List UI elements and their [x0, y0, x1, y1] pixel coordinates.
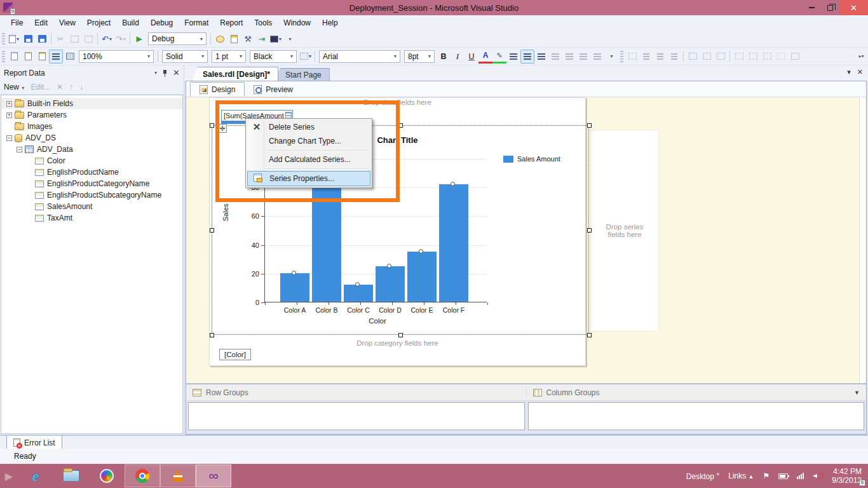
document-tab-start-page[interactable]: Start Page [275, 68, 330, 81]
menu-report[interactable]: Report [214, 17, 248, 29]
font-color-button[interactable]: A [478, 50, 492, 64]
menu-edit[interactable]: Edit [29, 17, 53, 29]
chrome-taskbar-icon[interactable] [125, 464, 160, 487]
redo-button[interactable]: ↷▾ [114, 32, 128, 46]
tree-expander-icon[interactable]: − [17, 147, 22, 152]
menu-format[interactable]: Format [179, 17, 214, 29]
edit-button[interactable]: Edit... [31, 83, 50, 92]
layout-center-horizontal-button[interactable] [700, 50, 714, 64]
tree-item-englishproductsubcategoryname[interactable]: EnglishProductSubcategoryName [1, 189, 182, 201]
move-down-button[interactable]: ↓ [79, 83, 83, 92]
row-groups-list[interactable] [188, 402, 525, 430]
toolbar-grip[interactable] [620, 51, 623, 62]
toolbar-grip[interactable] [2, 51, 5, 62]
find-in-files-button[interactable] [213, 32, 227, 46]
tree-expander-icon[interactable]: + [6, 112, 12, 118]
border-style-combo[interactable]: Solid▾ [162, 50, 208, 63]
selection-resize-handle[interactable] [210, 228, 214, 233]
selection-resize-handle[interactable] [210, 333, 214, 337]
toolbar-overflow-button[interactable]: ▾ [604, 50, 618, 64]
tree-expander-icon[interactable]: − [6, 135, 12, 141]
drop-data-zone[interactable]: Drop data fields here [209, 98, 586, 106]
layout-same-width-button[interactable] [732, 50, 746, 64]
underline-button[interactable]: U [465, 50, 478, 64]
desktop-toolbar-label[interactable]: Desktop » [686, 471, 719, 481]
ruler-button[interactable] [63, 50, 77, 64]
layout-grid-button[interactable] [774, 50, 788, 64]
file-explorer-taskbar-icon[interactable] [53, 464, 89, 487]
network-signal-icon[interactable] [797, 473, 804, 479]
tree-item-adv_data[interactable]: −ADV_Data [1, 144, 182, 155]
start-debug-button[interactable]: ▶ [132, 32, 146, 46]
grouping-pane-menu-icon[interactable]: ▼ [854, 390, 860, 396]
view-tab-preview[interactable]: Preview [245, 82, 302, 97]
layout-align-tops-button[interactable] [686, 50, 700, 64]
pin-icon[interactable] [163, 69, 167, 77]
close-document-icon[interactable]: ✕ [857, 68, 863, 76]
command-window-button[interactable]: ▾ [269, 32, 283, 46]
tree-item-images[interactable]: Images [1, 121, 182, 132]
vlc-taskbar-icon[interactable] [160, 464, 196, 487]
selection-resize-handle[interactable] [587, 333, 592, 337]
tree-item-adv_ds[interactable]: −ADV_DS [1, 132, 182, 144]
deploy-button[interactable]: ⇥ [255, 32, 269, 46]
move-handle-icon[interactable]: ✛ [218, 124, 227, 133]
drop-series-zone[interactable]: Drop series fields here [590, 130, 659, 332]
decrease-indent-button[interactable] [576, 50, 590, 64]
drop-category-zone[interactable]: Drop category fields here [209, 339, 586, 347]
column-groups-list[interactable] [528, 402, 865, 430]
solution-config-combo[interactable]: Debug▾ [148, 32, 207, 45]
selection-resize-handle[interactable] [398, 123, 403, 128]
layout-align-lefts-button[interactable] [625, 50, 639, 64]
copy-button[interactable] [67, 32, 81, 46]
tree-item-englishproductcategoryname[interactable]: EnglishProductCategoryName [1, 178, 182, 189]
italic-button[interactable]: I [451, 50, 465, 64]
font-family-combo[interactable]: Arial▾ [319, 50, 400, 63]
paste-button[interactable] [81, 32, 95, 46]
add-item-button[interactable]: ▾ [7, 32, 21, 46]
document-outline-button[interactable] [49, 50, 63, 64]
save-button[interactable] [21, 32, 35, 46]
tree-item-salesamount[interactable]: SalesAmount [1, 201, 182, 212]
bold-button[interactable]: B [437, 50, 451, 64]
menu-file[interactable]: File [5, 17, 29, 29]
report-page-button[interactable] [7, 50, 21, 64]
volume-muted-icon[interactable] [813, 471, 823, 480]
tree-item-englishproductname[interactable]: EnglishProductName [1, 166, 182, 178]
links-toolbar-label[interactable]: Links ▲ [728, 471, 754, 480]
layout-align-centers-button[interactable] [639, 50, 653, 64]
layout-align-bottoms-button[interactable] [714, 50, 728, 64]
cut-button[interactable]: ✂ [53, 32, 67, 46]
active-files-dropdown-icon[interactable]: ▾ [847, 68, 851, 76]
layout-spacing-button[interactable] [788, 50, 802, 64]
menu-debug[interactable]: Debug [145, 17, 179, 29]
align-left-button[interactable] [506, 50, 520, 64]
menu-project[interactable]: Project [81, 17, 116, 29]
toolbar-overflow-button[interactable]: ▾ [283, 32, 297, 46]
properties-pages-button[interactable] [35, 50, 49, 64]
increase-indent-button[interactable] [590, 50, 604, 64]
align-center-button[interactable] [520, 50, 534, 64]
toolbar-overflow-button[interactable]: ▸▾ [854, 50, 868, 64]
move-up-button[interactable]: ↑ [69, 83, 73, 92]
context-menu-item-add-calculated-series-[interactable]: Add Calculated Series... [247, 152, 370, 166]
numbered-list-button[interactable] [548, 50, 562, 64]
context-menu-item-series-properties-[interactable]: Series Properties... [247, 171, 370, 186]
tree-item-taxamt[interactable]: TaxAmt [1, 212, 182, 224]
solution-explorer-button[interactable] [227, 32, 241, 46]
action-center-flag-icon[interactable]: ⚑ [763, 471, 770, 480]
selection-resize-handle[interactable] [587, 123, 592, 128]
toolbox-button[interactable]: ⚒ [241, 32, 255, 46]
view-tab-design[interactable]: Design [190, 82, 245, 97]
error-list-tab[interactable]: Error List [6, 436, 62, 450]
font-size-combo[interactable]: 8pt▾ [404, 50, 435, 63]
menu-window[interactable]: Window [278, 17, 316, 29]
taskbar-play-icon[interactable]: ▶ [0, 464, 18, 487]
layout-same-height-button[interactable] [746, 50, 760, 64]
tree-item-color[interactable]: Color [1, 155, 182, 166]
layout-align-middles-button[interactable] [653, 50, 667, 64]
menu-help[interactable]: Help [316, 17, 344, 29]
align-right-button[interactable] [534, 50, 548, 64]
layout-align-rights-button[interactable] [667, 50, 681, 64]
tree-item-parameters[interactable]: +Parameters [1, 109, 182, 121]
